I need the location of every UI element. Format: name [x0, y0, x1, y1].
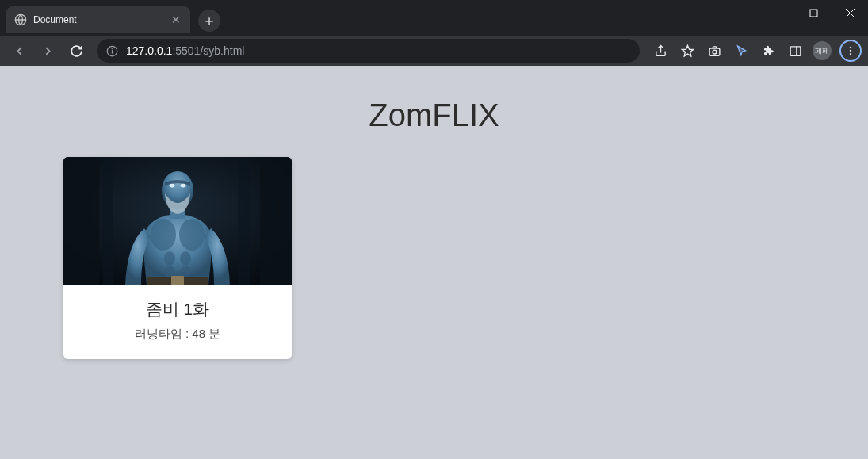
- url-host: 127.0.0.1: [126, 44, 172, 57]
- info-icon: [106, 45, 118, 57]
- tab-title: Document: [33, 14, 163, 25]
- card-body: 좀비 1화 러닝타임 : 48 분: [63, 285, 292, 359]
- svg-rect-27: [171, 276, 184, 285]
- browser-toolbar: 127.0.0.1:5501/syb.html 페페: [0, 36, 868, 66]
- reload-button[interactable]: [63, 38, 89, 63]
- video-title: 좀비 1화: [71, 298, 284, 320]
- sidepanel-icon[interactable]: [782, 38, 808, 63]
- bookmark-icon[interactable]: [675, 38, 700, 63]
- page-title: ZomFLIX: [0, 66, 868, 157]
- svg-point-9: [713, 50, 717, 54]
- video-card[interactable]: 좀비 1화 러닝타임 : 48 분: [63, 157, 292, 359]
- back-button[interactable]: [6, 38, 32, 63]
- tab-close-icon[interactable]: ✕: [170, 13, 182, 26]
- svg-rect-8: [709, 48, 720, 55]
- svg-point-7: [112, 48, 113, 49]
- profile-avatar[interactable]: 페페: [809, 38, 835, 63]
- svg-rect-16: [63, 157, 99, 285]
- camera-icon[interactable]: [702, 38, 727, 63]
- window-titlebar: Document ✕ ＋: [0, 0, 868, 36]
- page-content: ZomFLIX: [0, 66, 868, 459]
- card-grid: 좀비 1화 러닝타임 : 48 분: [0, 157, 868, 359]
- toolbar-actions: 페페: [648, 38, 862, 63]
- svg-point-22: [164, 251, 175, 266]
- browser-menu-icon[interactable]: [839, 40, 862, 62]
- tab-strip: Document ✕ ＋: [0, 0, 220, 33]
- close-window-button[interactable]: [832, 0, 868, 25]
- svg-point-31: [181, 184, 186, 188]
- globe-icon: [14, 13, 27, 26]
- url-path: :5501/syb.html: [172, 44, 244, 57]
- video-thumbnail: [63, 157, 292, 285]
- svg-point-23: [180, 251, 191, 266]
- minimize-button[interactable]: [759, 0, 795, 25]
- maximize-button[interactable]: [795, 0, 832, 25]
- address-bar[interactable]: 127.0.0.1:5501/syb.html: [97, 39, 640, 63]
- video-runtime: 러닝타임 : 48 분: [71, 327, 284, 342]
- svg-point-30: [170, 184, 175, 188]
- new-tab-button[interactable]: ＋: [198, 10, 220, 32]
- svg-point-21: [179, 219, 205, 251]
- svg-rect-18: [103, 157, 113, 285]
- window-controls: [759, 0, 868, 25]
- svg-rect-17: [260, 157, 292, 285]
- svg-point-12: [850, 47, 851, 48]
- svg-rect-10: [790, 46, 801, 55]
- svg-rect-19: [238, 157, 250, 285]
- svg-rect-2: [810, 10, 817, 17]
- extensions-icon[interactable]: [755, 38, 781, 63]
- share-icon[interactable]: [648, 38, 673, 63]
- svg-point-14: [850, 53, 851, 55]
- forward-button[interactable]: [35, 38, 60, 63]
- browser-tab[interactable]: Document ✕: [6, 6, 190, 33]
- svg-point-13: [850, 50, 851, 52]
- svg-point-20: [151, 219, 176, 251]
- avatar-label: 페페: [813, 41, 832, 60]
- cursor-extension-icon[interactable]: [728, 38, 754, 63]
- url-text: 127.0.0.1:5501/syb.html: [126, 44, 630, 57]
